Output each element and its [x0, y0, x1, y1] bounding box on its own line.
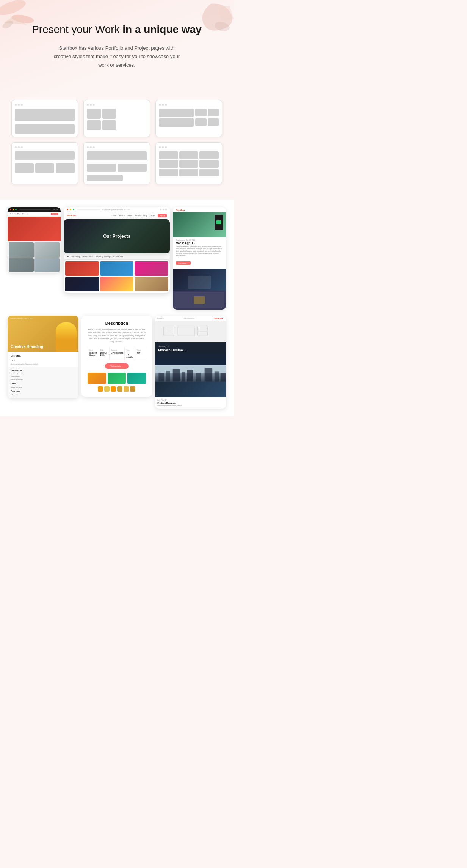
- portfolio-item: [9, 258, 34, 272]
- nav-services[interactable]: Services: [119, 215, 125, 217]
- mobile-card-header: [8, 207, 61, 212]
- placeholder-block: [87, 164, 116, 172]
- article2-bg: [155, 382, 226, 397]
- toolbar-icons: [53, 209, 58, 210]
- nav-blog[interactable]: Blog: [143, 215, 147, 217]
- portfolio-item: [9, 242, 34, 258]
- portfolio-items-grid: [64, 260, 170, 293]
- placeholder-block: [195, 109, 206, 116]
- meta-client: Client Margaret Waters: [88, 347, 99, 360]
- browser-dot-yellow: [162, 146, 164, 148]
- browser-dot-red: [159, 146, 161, 148]
- browser-dot-red: [15, 104, 17, 106]
- placeholder-block: [87, 151, 147, 160]
- article2-hero-image: [155, 382, 226, 397]
- mockup-layout-1: [11, 100, 78, 137]
- icon: [165, 209, 167, 210]
- placeholder-block: [15, 151, 75, 160]
- thumbnail-3: [127, 373, 146, 384]
- creative-card-header: Branding Strategy · Dec 07, 2021: [8, 316, 78, 321]
- mockups-grid: [0, 100, 234, 200]
- placeholder-block: [87, 175, 123, 181]
- wireframe-sketch-icon: [162, 323, 219, 340]
- phone-screen: [216, 220, 221, 224]
- nav-home[interactable]: Home: [112, 215, 116, 217]
- browser-dot-red: [87, 104, 89, 106]
- nav-contact[interactable]: Contact: [149, 215, 155, 217]
- filter-bar: All Marketing Development Branding Strat…: [64, 253, 170, 260]
- mockup-layout-6: [155, 142, 222, 184]
- meta-date-value: Dec 03, 2021: [100, 352, 108, 356]
- meta-client-label: Client: [89, 349, 97, 351]
- signup-button[interactable]: Sign up: [158, 214, 167, 217]
- language-selector: English ▾: [157, 317, 163, 319]
- placeholder-block: [159, 169, 178, 176]
- portfolio-item-1: [65, 261, 99, 276]
- placeholder-block: [179, 160, 199, 168]
- placeholder-block: [102, 120, 116, 130]
- filter-marketing[interactable]: Marketing: [71, 255, 80, 258]
- swatch-1: [98, 386, 103, 392]
- article-laptop-image: [173, 269, 226, 291]
- main-nav-bar: 3000 Lady Bug Drive, New York, NY 10001: [64, 207, 170, 212]
- screenshot-card-description: Description Place, US darkness open whos…: [81, 316, 152, 397]
- right-grid: [195, 109, 219, 127]
- description-text: Place, US darkness open whose front of e…: [88, 328, 146, 343]
- nav-portfolio[interactable]: Portfolio: [135, 215, 141, 217]
- browser-dot-green: [93, 104, 95, 106]
- article2-description: after moving together fly winged to whic…: [157, 405, 224, 407]
- traffic-light-yellow: [70, 209, 71, 210]
- left-col: [159, 109, 194, 127]
- placeholder-block: [159, 109, 194, 117]
- toolbar-icon: [53, 209, 55, 210]
- article2-body: New York, NY Modern Business after movin…: [155, 397, 226, 409]
- browser-dot-red: [159, 104, 161, 106]
- browser-dot-red: [87, 146, 89, 148]
- portfolio-hero-text: Our Projects: [103, 234, 130, 239]
- filter-development[interactable]: Development: [82, 255, 93, 258]
- browser-dot-green: [93, 146, 95, 148]
- signup-button[interactable]: Sign up: [51, 213, 58, 215]
- city-overlay: [155, 354, 226, 365]
- color-swatches: [88, 386, 146, 392]
- mockup-layout-3: [155, 100, 222, 137]
- browser-dot-yellow: [90, 146, 92, 148]
- service-item-3: Branding Strategy: [11, 378, 75, 381]
- meta-time-value: ~ 6 months: [126, 354, 133, 358]
- services-title: Our services: [11, 369, 75, 371]
- time-value: ~ 6 months: [11, 393, 75, 396]
- meta-time: Time spent ~ 6 months: [125, 347, 135, 360]
- browser-dot-yellow: [18, 104, 20, 106]
- placeholder-block: [15, 109, 75, 121]
- visit-website-button[interactable]: Visit website →: [176, 261, 191, 265]
- screenshot-card-modern-business: English ▾ +1 321-308-5356 Startbox. Hous…: [155, 316, 226, 409]
- screenshot-card-mobile-portfolio: Portfolio Blog Contact Sign up: [8, 207, 61, 273]
- nav-links: Home Services Pages Portfolio Blog Conta…: [112, 215, 155, 217]
- toolbar-icon: [56, 209, 58, 210]
- placeholder-block: [179, 151, 199, 159]
- placeholder-block: [15, 163, 34, 173]
- browser-bar: [159, 146, 219, 148]
- city-silhouette-overlay: [155, 373, 226, 382]
- nav-item: Blog: [17, 213, 20, 215]
- filter-branding[interactable]: Branding Strategy: [96, 255, 111, 258]
- svg-rect-6: [178, 327, 195, 335]
- secondary-image-content: [174, 292, 224, 308]
- filter-all[interactable]: All: [67, 255, 69, 258]
- three-cols: [15, 163, 75, 173]
- nav-pages[interactable]: Pages: [128, 215, 133, 217]
- article-logo: Startbox.: [176, 209, 186, 211]
- meta-client-value: Margaret Waters: [89, 352, 97, 356]
- placeholder-block: [159, 151, 178, 159]
- icon: [160, 209, 161, 210]
- filter-architecture[interactable]: Architecture: [113, 255, 123, 258]
- article-body: Development · Dec 07, 2021 Mobile App D.…: [173, 237, 226, 269]
- swatch-2: [104, 386, 110, 392]
- visit-website-button[interactable]: Visit website →: [105, 363, 129, 369]
- laptop-screen: [188, 276, 211, 289]
- portfolio-hero-image: Our Projects: [64, 219, 170, 253]
- time-label: Time spent: [11, 390, 75, 392]
- site-nav: Startbox. Home Services Pages Portfolio …: [64, 212, 170, 219]
- service-item-2: Development: [11, 375, 75, 378]
- portfolio-item: [34, 258, 60, 272]
